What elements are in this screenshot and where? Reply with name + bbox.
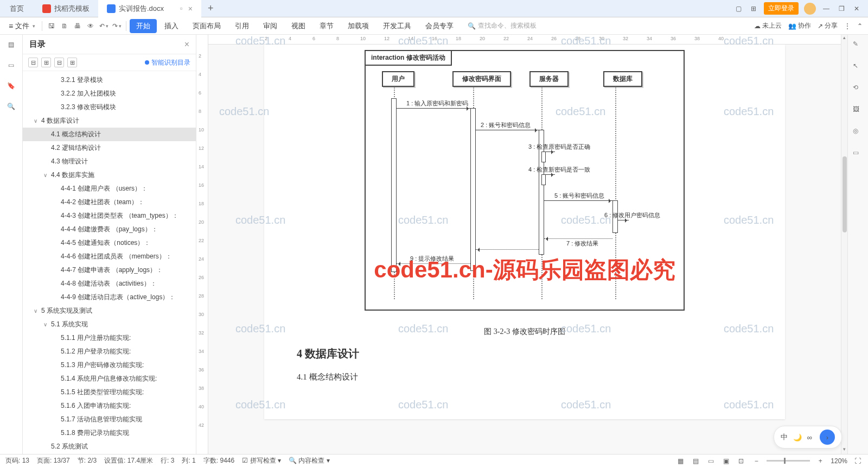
outline-item[interactable]: ∨5 系统实现及测试: [23, 304, 196, 318]
status-position[interactable]: 设置值: 17.4厘米: [104, 456, 153, 465]
ribbon-vip[interactable]: 会员专享: [419, 19, 460, 33]
cloud-status[interactable]: ☁ 未上云: [754, 21, 782, 30]
outline-item[interactable]: 4-4-4 创建缴费表 （pay_logs）：: [23, 223, 196, 236]
tab-menu-icon[interactable]: ▫: [180, 4, 183, 12]
file-menu[interactable]: ≡ 文件 ▾: [5, 21, 39, 31]
maximize-icon[interactable]: ❐: [837, 4, 846, 14]
add-tab-button[interactable]: +: [201, 3, 220, 14]
ribbon-addins[interactable]: 加载项: [341, 19, 375, 33]
vertical-ruler[interactable]: 24681012141618202224262830323436384042: [196, 35, 208, 454]
status-section[interactable]: 节: 2/3: [78, 456, 97, 465]
outline-item[interactable]: 5.1.5 社团类型管理功能实现:: [23, 386, 196, 399]
night-mode-icon[interactable]: 🌙: [793, 433, 802, 441]
outline-item[interactable]: 5.1.3 用户密码修改功能实现:: [23, 358, 196, 372]
zoom-slider[interactable]: [767, 460, 810, 462]
outline-item[interactable]: 4-4-3 创建社团类型表 （team_types）：: [23, 209, 196, 223]
outline-item[interactable]: 4-4-2 创建社团表（team）：: [23, 195, 196, 209]
zoom-in-icon[interactable]: +: [815, 456, 825, 466]
apps-icon[interactable]: ⊞: [749, 4, 758, 14]
chevron-down-icon[interactable]: ∨: [34, 118, 41, 124]
horizontal-ruler[interactable]: 246810121416182022242628303234363840: [208, 35, 841, 45]
ribbon-start[interactable]: 开始: [130, 19, 157, 33]
image-icon[interactable]: 🖼: [853, 105, 864, 116]
outline-item[interactable]: ∨4 数据库设计: [23, 114, 196, 128]
status-spellcheck[interactable]: ☑ 拼写检查 ▾: [242, 456, 281, 465]
undo-icon[interactable]: ↶▾: [98, 20, 110, 32]
login-button[interactable]: 立即登录: [764, 2, 799, 15]
chevron-down-icon[interactable]: ∨: [43, 321, 51, 327]
outline-item[interactable]: 5.1.7 活动信息管理功能实现: [23, 413, 196, 426]
tab-document[interactable]: 实训报告.docx ▫ ×: [98, 0, 201, 17]
status-line[interactable]: 行: 3: [161, 456, 174, 465]
ribbon-view[interactable]: 视图: [285, 19, 312, 33]
collapse-all-icon[interactable]: ⊞: [41, 58, 51, 67]
search-panel-icon[interactable]: 🔍: [6, 101, 17, 112]
pen-icon[interactable]: ✎: [853, 40, 864, 51]
view-print-icon[interactable]: ▦: [675, 456, 685, 466]
scroll-down-icon[interactable]: ▾: [843, 446, 846, 454]
redo-icon[interactable]: ↷▾: [111, 20, 123, 32]
outline-item[interactable]: 5.1.2 用户登录功能实现:: [23, 345, 196, 358]
status-page-no[interactable]: 页码: 13: [5, 456, 29, 465]
outline-item[interactable]: 4-4-8 创建活动表 （activities）：: [23, 277, 196, 291]
ime-toggle[interactable]: 中: [781, 432, 788, 442]
zoom-level[interactable]: 120%: [831, 457, 847, 465]
ribbon-section[interactable]: 章节: [313, 19, 340, 33]
print-icon[interactable]: 🖶: [72, 20, 84, 32]
outline-item[interactable]: 5.1.4 系统用户信息修改功能实现:: [23, 372, 196, 386]
select-icon[interactable]: ↖: [853, 62, 864, 73]
next-page-icon[interactable]: ›: [820, 430, 835, 445]
demote-icon[interactable]: ⊞: [67, 58, 77, 67]
vertical-scrollbar[interactable]: ▴ ▾: [841, 35, 847, 454]
outline-item[interactable]: 4-4-6 创建社团成员表 （members）：: [23, 250, 196, 263]
status-col[interactable]: 列: 1: [182, 456, 195, 465]
save-as-icon[interactable]: 🗎: [59, 20, 71, 32]
tab-home[interactable]: 首页: [0, 0, 34, 17]
ribbon-insert[interactable]: 插入: [158, 19, 185, 33]
collab-button[interactable]: 👥 协作: [788, 21, 811, 30]
outline-item[interactable]: 4-4-5 创建通知表（notices）：: [23, 236, 196, 250]
outline-item[interactable]: 4-4-9 创建活动日志表（active_logs）：: [23, 291, 196, 304]
tab-template[interactable]: 找稻壳模板: [34, 0, 98, 17]
view-read-icon[interactable]: ▣: [721, 456, 731, 466]
ribbon-page-layout[interactable]: 页面布局: [186, 19, 227, 33]
outline-tree[interactable]: 3.2.1 登录模块3.2.2 加入社团模块3.2.3 修改密码模块∨4 数据库…: [23, 71, 196, 454]
collapse-ribbon-icon[interactable]: ⌃: [857, 22, 863, 30]
scroll-up-icon[interactable]: ▴: [843, 35, 846, 42]
outline-item[interactable]: 5.1.1 用户注册功能实现:: [23, 331, 196, 345]
fullscreen-icon[interactable]: ⛶: [853, 456, 863, 466]
document-scroll[interactable]: 246810121416182022242628303234363840 int…: [208, 35, 841, 454]
expand-all-icon[interactable]: ⊟: [28, 58, 38, 67]
outline-item[interactable]: 4.1 概念结构设计: [23, 128, 196, 141]
smart-toc-button[interactable]: 智能识别目录: [145, 58, 190, 67]
outline-item[interactable]: 5.2 系统测试: [23, 440, 196, 453]
more-icon[interactable]: ⋮: [844, 22, 851, 30]
outline-item[interactable]: 3.2.3 修改密码模块: [23, 100, 196, 114]
view-web-icon[interactable]: ▭: [706, 456, 716, 466]
chevron-down-icon[interactable]: ∨: [43, 172, 51, 178]
status-content-check[interactable]: 🔍 内容检查 ▾: [289, 456, 330, 465]
outline-item[interactable]: ∨4.4 数据库实施: [23, 168, 196, 182]
zoom-fit-icon[interactable]: ⊡: [736, 456, 746, 466]
bookmark-icon[interactable]: 🔖: [6, 80, 17, 91]
promote-icon[interactable]: ⊟: [54, 58, 64, 67]
read-icon[interactable]: ▭: [853, 149, 864, 160]
outline-item[interactable]: 3.2.2 加入社团模块: [23, 87, 196, 100]
layout-icon[interactable]: ▢: [733, 4, 743, 14]
scroll-thumb[interactable]: [843, 156, 847, 232]
outline-item[interactable]: 4-4-7 创建申请表 （apply_logs）：: [23, 263, 196, 277]
close-window-icon[interactable]: ✕: [852, 4, 861, 14]
ribbon-review[interactable]: 审阅: [257, 19, 284, 33]
close-panel-icon[interactable]: ×: [184, 40, 189, 49]
outline-icon[interactable]: ▤: [6, 39, 17, 50]
share-button[interactable]: ↗ 分享: [818, 21, 838, 30]
outline-item[interactable]: 3.2.1 登录模块: [23, 73, 196, 87]
ribbon-reference[interactable]: 引用: [228, 19, 256, 33]
outline-item[interactable]: 6 总结与展望: [23, 453, 196, 454]
minimize-icon[interactable]: —: [821, 4, 831, 14]
command-search[interactable]: 🔍 查找命令、搜索模板: [468, 21, 537, 30]
outline-item[interactable]: 5.1.6 入团申请功能实现:: [23, 399, 196, 413]
save-icon[interactable]: 🖫: [46, 20, 58, 32]
outline-item[interactable]: 4.3 物理设计: [23, 155, 196, 168]
close-icon[interactable]: ×: [188, 4, 193, 13]
